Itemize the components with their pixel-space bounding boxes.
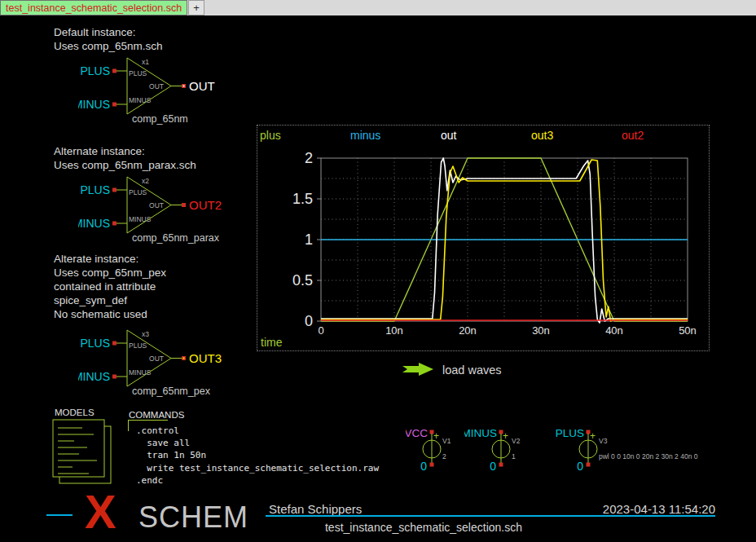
comparator-instance-x2[interactable]: x2 PLUS MINUS OUT PLUS MINUS OUT2 comp_6… [78, 168, 241, 246]
launcher-arrow-icon[interactable] [402, 362, 440, 377]
svg-text:40n: 40n [605, 324, 623, 337]
timestamp: 2023-04-13 11:54:20 [530, 502, 715, 516]
net-label-plus[interactable]: PLUS [556, 427, 584, 439]
legend-out3: out3 [531, 129, 553, 142]
logo-dash [46, 514, 73, 516]
source-value: 2 [442, 452, 446, 460]
net-label-minus[interactable]: MINUS [464, 427, 497, 439]
pin-name-minus: MINUS [129, 96, 152, 104]
pin-bottom [499, 463, 503, 467]
net-label-minus[interactable]: MINUS [78, 370, 110, 383]
symbol-name: comp_65nm_parax [132, 232, 220, 244]
legend-minus: minus [350, 129, 380, 142]
legend-plus: plus [260, 129, 281, 142]
pin-minus [112, 375, 116, 379]
legend-out2: out2 [622, 129, 644, 142]
pin-plus [112, 188, 116, 192]
svg-text:30n: 30n [532, 324, 550, 337]
plus-sign: + [433, 430, 439, 442]
pin-out-core [183, 358, 185, 359]
designator: x2 [142, 177, 149, 185]
voltage-source-v2[interactable]: MINUS + V2 1 0 [464, 427, 554, 474]
pin-plus [112, 69, 116, 73]
commands-title: COMMANDS [129, 410, 184, 420]
models-document-icon[interactable] [51, 418, 120, 488]
svg-text:0: 0 [305, 313, 313, 329]
source-value: pwl 0 0 10n 0 20n 2 30n 2 40n 0 [599, 452, 698, 460]
pin-name-out: OUT [149, 355, 164, 363]
svg-text:10n: 10n [385, 324, 403, 337]
net-label-out[interactable]: OUT2 [189, 198, 222, 212]
designator: x1 [142, 58, 149, 66]
tab-current[interactable]: test_instance_schematic_selection.sch [0, 0, 187, 15]
author-name: Stefan Schippers [269, 502, 362, 516]
command-line: .control [136, 425, 179, 437]
pin-minus [112, 222, 116, 226]
waveform-graph[interactable]: 00.511.52010n20n30n40n50n plusminusoutou… [257, 125, 710, 351]
new-tab-button[interactable]: + [188, 0, 204, 15]
xschem-logo-x: X [85, 490, 116, 534]
comparator-instance-x1[interactable]: x1 PLUS MINUS OUT PLUS MINUS OUT comp_65… [78, 49, 241, 127]
net-label-out[interactable]: OUT [189, 79, 215, 93]
svg-text:2: 2 [305, 150, 313, 166]
pin-name-plus: PLUS [129, 188, 147, 196]
x-axis-title: time [261, 336, 282, 349]
plus-sign: + [590, 430, 596, 442]
net-label-gnd[interactable]: 0 [420, 460, 427, 473]
designator: V3 [599, 437, 608, 445]
models-title: MODELS [55, 408, 94, 417]
net-label-vcc[interactable]: VCC [406, 427, 428, 439]
xschem-logo-text: SCHEM [138, 503, 248, 532]
net-label-minus[interactable]: MINUS [78, 98, 110, 111]
pin-name-out: OUT [149, 82, 164, 90]
net-label-plus[interactable]: PLUS [80, 64, 110, 77]
plus-sign: + [503, 430, 508, 442]
net-label-plus[interactable]: PLUS [80, 183, 110, 196]
pin-bottom [430, 463, 434, 467]
instance3-caption: Alterate instance: Uses comp_65nm_pex co… [54, 252, 166, 321]
pin-name-out: OUT [149, 201, 164, 209]
pin-out [182, 203, 186, 207]
designator: V1 [442, 437, 451, 445]
designator: x3 [142, 330, 149, 338]
schematic-filename: test_instance_schematic_selection.sch [261, 521, 587, 534]
pin-out-core [183, 86, 185, 87]
symbol-name: comp_65nm_pex [132, 386, 211, 397]
comparator-instance-x3[interactable]: x3 PLUS MINUS OUT PLUS MINUS OUT3 comp_6… [78, 321, 241, 399]
pin-name-plus: PLUS [129, 342, 147, 350]
pin-name-minus: MINUS [129, 368, 152, 377]
net-label-minus[interactable]: MINUS [78, 217, 110, 230]
svg-text:1: 1 [305, 231, 313, 248]
command-line: tran 1n 50n [136, 449, 206, 461]
svg-text:0.5: 0.5 [292, 272, 313, 289]
svg-text:1.5: 1.5 [292, 191, 313, 207]
pin-bottom [587, 463, 591, 467]
symbol-name: comp_65nm [132, 113, 188, 125]
pin-name-plus: PLUS [129, 69, 147, 77]
title-underline [266, 515, 715, 517]
load-waves-launcher[interactable]: load waves [442, 364, 502, 377]
command-line: save all [136, 437, 190, 449]
pin-plus [112, 342, 116, 346]
net-label-out[interactable]: OUT3 [189, 351, 222, 365]
legend-out: out [441, 129, 456, 142]
xschem-window: test_instance_schematic_selection.sch + … [0, 0, 756, 542]
voltage-source-v3[interactable]: PLUS + V3 pwl 0 0 10n 0 20n 2 30n 2 40n … [556, 427, 727, 474]
pin-minus [112, 103, 116, 107]
source-value: 1 [512, 452, 516, 460]
tab-bar: test_instance_schematic_selection.sch + [0, 0, 756, 15]
svg-text:50n: 50n [679, 324, 697, 337]
svg-text:0: 0 [318, 324, 323, 337]
command-line: write test_instance_schematic_selection.… [136, 462, 379, 474]
svg-text:20n: 20n [459, 324, 477, 337]
designator: V2 [512, 437, 521, 445]
pin-name-minus: MINUS [129, 215, 152, 223]
net-label-gnd[interactable]: 0 [490, 460, 496, 473]
net-label-gnd[interactable]: 0 [577, 460, 583, 473]
tab-label: test_instance_schematic_selection.sch [6, 2, 182, 14]
command-line: .endc [136, 474, 163, 487]
net-label-plus[interactable]: PLUS [80, 337, 110, 350]
waveform-plot[interactable]: 00.511.52010n20n30n40n50n [257, 126, 710, 352]
